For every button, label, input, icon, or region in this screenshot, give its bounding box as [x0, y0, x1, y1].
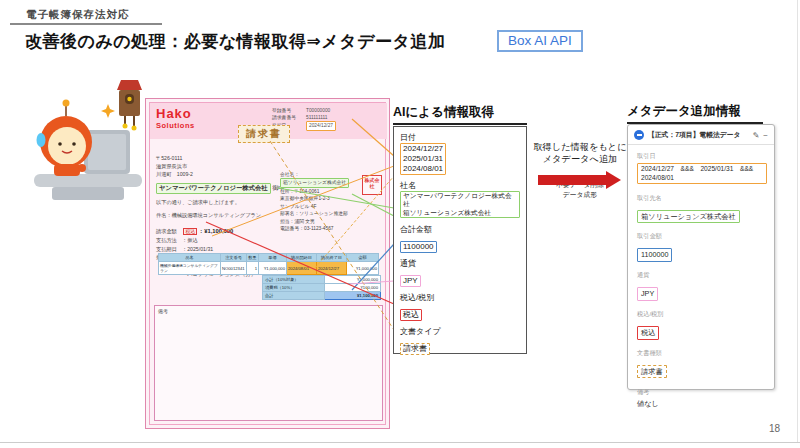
box-ai-api-badge: Box AI API: [497, 30, 583, 52]
field-label: 備考: [637, 388, 765, 397]
ai-date-2: 2025/01/31: [403, 154, 443, 164]
issuer-dept-label: 部署名：: [280, 211, 299, 216]
invoice-totals-table: 小計（10%対象） ¥1,000,000 消費税（10%） ¥100,000 合…: [262, 275, 381, 300]
metadata-field-transaction-date: 取引日 2024/12/27 &&& 2025/01/31 &&& 2024/0…: [637, 152, 765, 184]
col-order-no: 注文番号: [221, 254, 247, 262]
ai-currency-label: 通貨: [400, 258, 520, 269]
metadata-fields: 取引日 2024/12/27 &&& 2025/01/31 &&& 2024/0…: [628, 145, 774, 425]
recipient-zip: 〒526-0111: [156, 155, 193, 163]
ai-currency-value: JPY: [400, 275, 421, 287]
edit-pencil-icon[interactable]: ✎: [753, 131, 760, 140]
grand-total-label: 合計: [263, 292, 325, 300]
field-value: 1100000: [637, 248, 672, 261]
issuer-tel: 03-1123-4567: [304, 226, 334, 231]
ai-doctype-value: 請求書: [400, 343, 430, 355]
tax-total-value: ¥100,000: [325, 284, 381, 292]
pay-method-label: 支払方法: [156, 236, 182, 244]
col-delivery-end: 納品終了日: [317, 254, 347, 262]
issuer-dept: ソリューション推進部: [299, 211, 348, 216]
cell-amount: ¥1,000,000: [347, 262, 379, 275]
cell-unit-price: ¥1,000,000: [259, 262, 287, 275]
ai-tax-value: 税込: [400, 309, 422, 321]
metadata-section-title: メタデータ追加情報: [627, 103, 763, 124]
field-label: 取引日: [637, 152, 765, 161]
metadata-field-amount: 取引金額 1100000: [637, 232, 765, 261]
cell-item: 機械設備環境コンサルティングプラン: [159, 262, 221, 275]
amount-label: 請求金額: [156, 227, 182, 235]
col-delivery-start: 納品開始日: [287, 254, 317, 262]
recipient-company-name: ヤンマーパワーテクノロジー株式会社: [156, 183, 271, 194]
field-value: 税込: [637, 326, 659, 339]
ai-extraction-box: 日付 2024/12/27 2025/01/31 2024/08/01 社名 ヤ…: [393, 126, 527, 354]
invoice-logo: Hako: [156, 106, 192, 121]
issuer-company-label: 会社名：: [280, 172, 299, 177]
metadata-field-tax: 税込/税別 税込: [637, 310, 765, 339]
ai-date-1: 2024/12/27: [403, 144, 443, 154]
field-value: 請求書: [637, 365, 667, 378]
subtotal-row: 小計（10%対象） ¥1,000,000: [263, 276, 381, 284]
due-date-label: 支払期日: [156, 245, 182, 253]
ai-doctype-label: 文書タイプ: [400, 326, 520, 337]
field-label: 税込/税別: [637, 310, 765, 319]
metadata-card: 【正式：7項目】電帳法データ ✎ − 取引日 2024/12/27 &&& 20…: [627, 124, 775, 390]
field-label: 通貨: [637, 271, 765, 280]
cell-qty: 1: [247, 262, 259, 275]
issuer-company-name: 箱ソリューションズ株式会社: [280, 178, 349, 187]
transfer-note2: データ成形: [531, 190, 629, 200]
transfer-line2: メタデータへ追加: [531, 154, 629, 166]
remarks-label: 備考: [155, 306, 382, 316]
cell-delivery-start: 2024/08/01: [287, 262, 317, 275]
table-header-row: 品名 注文番号 数量 単価 納品開始日 納品終了日 金額: [159, 254, 379, 262]
slide-bottom-border: [0, 442, 800, 443]
col-item: 品名: [159, 254, 221, 262]
metadata-card-header: 【正式：7項目】電帳法データ ✎ −: [628, 125, 774, 145]
field-label: 取引金額: [637, 232, 765, 241]
issuer-addr2: サンプルビル 4F: [280, 203, 366, 210]
tag-underline: [10, 23, 162, 25]
metadata-field-currency: 通貨 JPY: [637, 271, 765, 300]
metadata-field-doctype: 文書種類 請求書: [637, 349, 765, 378]
due-date-value: ：2025/01/31: [182, 246, 213, 252]
col-amount: 金額: [347, 254, 379, 262]
issuer-person-label: 担当：: [280, 219, 294, 224]
remarks-box: 備考: [154, 305, 383, 421]
recipient-company-line: ヤンマーパワーテクノロジー株式会社 御中: [156, 183, 285, 194]
transfer-line1: 取得した情報をもとに: [531, 142, 629, 154]
page-title: 改善後のみの処理：必要な情報取得⇒メタデータ追加: [25, 30, 445, 53]
cell-order-no: NO0012341: [221, 262, 247, 275]
recipient-addr1: 滋賀県長浜市: [156, 163, 193, 171]
tax-row: 消費税（10%） ¥100,000: [263, 284, 381, 292]
ai-total-value: 1100000: [400, 241, 437, 253]
metadata-field-remarks: 備考 値なし: [637, 388, 765, 408]
reg-number-label: 登録番号: [272, 107, 306, 114]
ai-company-1: ヤンマーパワーテクノロジー株式会社: [403, 192, 517, 209]
tax-included-badge: 税込: [183, 228, 197, 235]
ai-date-label: 日付: [400, 132, 520, 143]
field-value: 2024/12/27 &&& 2025/01/31 &&& 2024/08/01: [637, 163, 767, 184]
invoice-subject: 件名：機械設備環境コンサルティングプラン: [156, 212, 261, 220]
invoice-document: Hako Solutions 登録番号T00000000 請求書番号511111…: [145, 98, 390, 429]
issuer-zip: 〒104-0061: [294, 189, 319, 194]
col-qty: 数量: [247, 254, 259, 262]
invoice-number-value: 511111111: [306, 115, 328, 120]
slide: { "slide": { "tag": "電子帳簿保存法対応", "title"…: [0, 0, 800, 448]
invoice-doc-title: 請求書: [238, 125, 290, 143]
ai-company-2: 箱ソリューションズ株式会社: [403, 209, 517, 217]
metadata-field-partner-name: 取引先名 箱ソリューションズ株式会社: [637, 194, 765, 223]
field-label: 文書種類: [637, 349, 765, 358]
issuer-addr-label: 住所：: [280, 189, 294, 194]
ai-company-values: ヤンマーパワーテクノロジー株式会社 箱ソリューションズ株式会社: [400, 191, 520, 218]
slide-right-border: [797, 0, 798, 442]
recipient-address-block: 〒526-0111 滋賀県長浜市 川道町 1009-2: [156, 155, 193, 178]
issuer-addr1: 東京都中央区銀座1-2-3: [280, 195, 366, 202]
collapse-icon[interactable]: −: [763, 131, 768, 140]
field-value: 値なし: [637, 399, 765, 408]
invoice-number-label: 請求書番号: [272, 114, 306, 121]
ai-total-label: 合計金額: [400, 224, 520, 235]
field-value: 箱ソリューションズ株式会社: [637, 210, 740, 223]
subtotal-label: 小計（10%対象）: [263, 276, 325, 284]
cuckoo-clock-icon: [117, 80, 142, 131]
ai-date-values: 2024/12/27 2025/01/31 2024/08/01: [400, 143, 446, 175]
slide-category-tag: 電子帳簿保存法対応: [26, 8, 130, 22]
ai-tax-label: 税込/税別: [400, 292, 520, 303]
